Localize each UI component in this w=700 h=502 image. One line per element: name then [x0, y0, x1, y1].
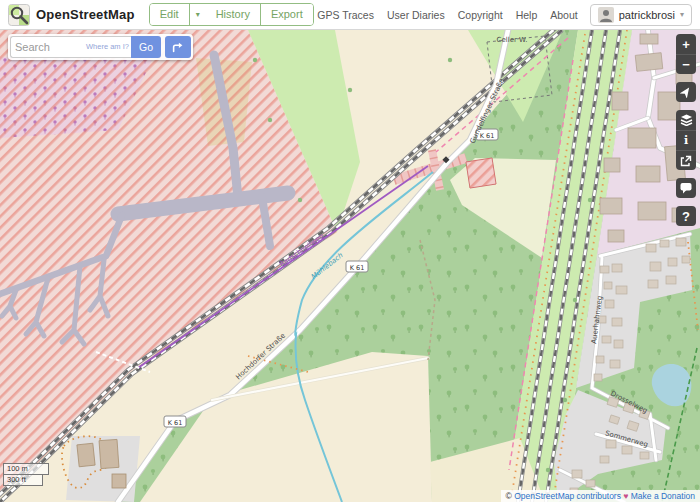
- scale-metric: 100 m: [3, 463, 49, 475]
- user-caret-icon: ▾: [680, 10, 684, 19]
- road-ref-badge: K 61: [168, 419, 183, 427]
- header-nav-group: Edit ▾ History Export: [149, 3, 314, 26]
- copyright-link[interactable]: Copyright: [458, 9, 503, 21]
- locate-group: [676, 82, 696, 102]
- note-bubble-icon: [680, 182, 692, 194]
- locate-arrow-icon: [680, 86, 692, 98]
- zoom-in-button[interactable]: +: [676, 34, 696, 54]
- header-bar: OpenStreetMap Edit ▾ History Export GPS …: [0, 0, 700, 30]
- zoom-group: + −: [676, 34, 696, 74]
- scale-imperial: 300 ft: [3, 475, 43, 486]
- edit-caret-button[interactable]: ▾: [189, 4, 206, 25]
- query-features-button[interactable]: ?: [676, 206, 696, 226]
- user-diaries-link[interactable]: User Diaries: [387, 9, 445, 21]
- edit-button[interactable]: Edit: [150, 4, 189, 25]
- header-links: GPS Traces User Diaries Copyright Help A…: [317, 9, 577, 21]
- gps-traces-link[interactable]: GPS Traces: [317, 9, 374, 21]
- donate-link[interactable]: Make a Donation: [631, 491, 695, 501]
- username: patrickbrosi: [619, 9, 675, 21]
- brand-title: OpenStreetMap: [36, 7, 135, 22]
- help-link[interactable]: Help: [516, 9, 538, 21]
- avatar: [598, 7, 614, 23]
- directions-button[interactable]: [165, 36, 191, 58]
- about-link[interactable]: About: [550, 9, 577, 21]
- query-group: ?: [676, 206, 696, 226]
- road-ref-badge: K 61: [350, 264, 365, 272]
- road-ref-badge: K 61: [480, 132, 495, 140]
- scale-control: 100 m 300 ft: [3, 463, 49, 486]
- locate-button[interactable]: [676, 82, 696, 102]
- osm-logo-icon: [8, 4, 30, 26]
- osm-contributors-link[interactable]: OpenStreetMap contributors: [514, 491, 621, 501]
- go-button[interactable]: Go: [131, 36, 161, 58]
- attribution-bar: © OpenStreetMap contributors ♥ Make a Do…: [501, 490, 700, 502]
- share-button[interactable]: [676, 150, 696, 170]
- brand[interactable]: OpenStreetMap: [8, 4, 135, 26]
- directions-icon: [171, 40, 185, 54]
- map-controls: + − i: [676, 34, 696, 234]
- history-button[interactable]: History: [206, 4, 260, 25]
- search-panel: Where am I? Go: [8, 34, 193, 60]
- note-group: [676, 178, 696, 198]
- layers-group: i: [676, 110, 696, 170]
- map-key-button[interactable]: i: [676, 130, 696, 150]
- map-canvas[interactable]: K 61 K 61 K 61 Gundelfinger Straße Hochd…: [0, 0, 700, 502]
- share-icon: [680, 155, 692, 167]
- where-am-i-link[interactable]: Where am I?: [86, 42, 129, 51]
- user-menu[interactable]: patrickbrosi ▾: [590, 4, 692, 26]
- copyright-symbol: ©: [506, 491, 515, 501]
- zoom-out-button[interactable]: −: [676, 54, 696, 74]
- export-button[interactable]: Export: [260, 4, 313, 25]
- heart-icon: ♥: [621, 491, 631, 501]
- layers-button[interactable]: [676, 110, 696, 130]
- add-note-button[interactable]: [676, 178, 696, 198]
- layers-icon: [680, 114, 693, 126]
- place-label-celler: Celler W.: [497, 36, 528, 44]
